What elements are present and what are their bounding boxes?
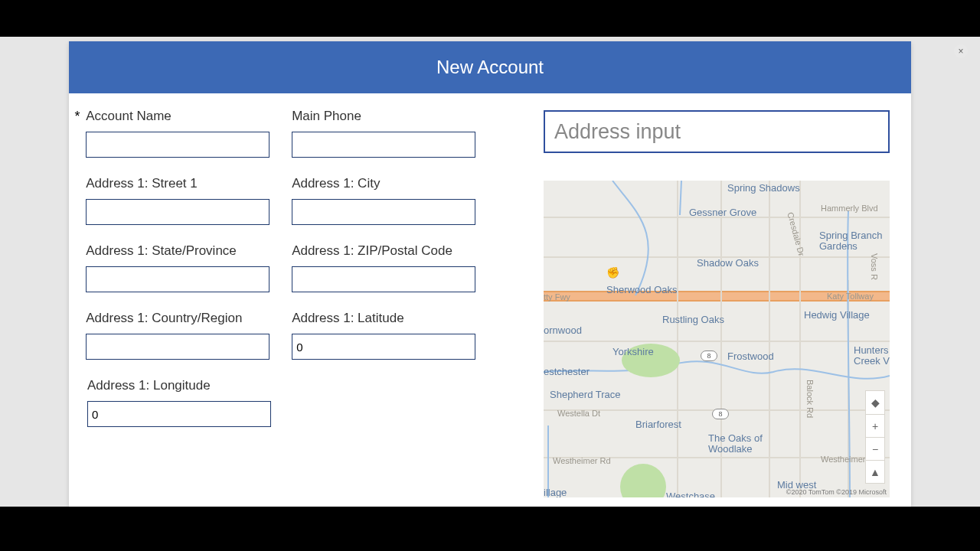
close-icon: ×: [958, 46, 963, 57]
state-input[interactable]: [86, 266, 270, 292]
map-place-rustling-oaks: Rustling Oaks: [662, 314, 724, 325]
address-search-input[interactable]: [544, 110, 890, 153]
map-road-katy-tollway: Katy Tollway: [827, 292, 874, 301]
tilt-icon: ▲: [870, 466, 880, 478]
map-place-hunters-creek: Hunters Creek Villa: [854, 345, 890, 367]
map-place-shadow-oaks: Shadow Oaks: [697, 257, 759, 269]
zip-input[interactable]: [292, 266, 475, 292]
latitude-label: Address 1: Latitude: [292, 311, 498, 326]
svg-point-14: [620, 464, 666, 497]
map-place-village: illage: [544, 487, 567, 497]
map-place-westchase: Westchase: [666, 491, 715, 497]
account-name-input[interactable]: [86, 132, 270, 158]
map-zoom-out-button[interactable]: −: [866, 437, 884, 460]
map-place-ornwood: ornwood: [544, 324, 582, 336]
street1-input[interactable]: [86, 199, 270, 225]
map-place-frostwood: Frostwood: [727, 350, 774, 362]
map-road-voss: Voss R: [870, 253, 879, 280]
main-phone-label: Main Phone: [292, 109, 498, 124]
map-place-gessner-grove: Gessner Grove: [689, 207, 756, 218]
map-place-spring-shadows: Spring Shadows: [727, 182, 800, 194]
map-road-hammerly: Hammerly Blvd: [821, 204, 878, 213]
map-place-hedwig-village: Hedwig Village: [804, 309, 870, 321]
plus-icon: +: [872, 420, 878, 432]
longitude-label: Address 1: Longitude: [87, 378, 309, 393]
map-place-sherwood-oaks: Sherwood Oaks: [606, 284, 678, 295]
dialog-title: New Account: [69, 41, 911, 93]
new-account-dialog: New Account * Account Name Main Phone: [69, 41, 911, 507]
map-road-balock: Balock Rd: [805, 380, 815, 418]
street1-label: Address 1: Street 1: [86, 176, 292, 191]
country-input[interactable]: [86, 334, 270, 360]
route-shield-icon: 8: [712, 409, 729, 419]
required-marker: *: [69, 109, 86, 176]
dialog-body: * Account Name Main Phone Address 1: Str…: [69, 93, 911, 507]
form-area: * Account Name Main Phone Address 1: Str…: [69, 109, 498, 445]
account-name-label: Account Name: [86, 109, 292, 124]
main-phone-input[interactable]: [292, 132, 475, 158]
locate-icon: ◆: [871, 396, 880, 409]
zip-label: Address 1: ZIP/Postal Code: [292, 243, 498, 259]
country-label: Address 1: Country/Region: [86, 311, 292, 326]
route-shield-icon: 8: [701, 350, 717, 361]
longitude-input[interactable]: [87, 401, 271, 427]
latitude-input[interactable]: [292, 334, 475, 360]
map-tilt-button[interactable]: ▲: [866, 460, 884, 483]
map-place-yorkshire: Yorkshire: [612, 346, 654, 357]
map-attribution: ©2020 TomTom ©2019 Microsoft: [786, 488, 887, 496]
map-locate-button[interactable]: ◆: [866, 391, 884, 414]
map-controls: ◆ + − ▲: [865, 390, 885, 484]
letterbox-top: [0, 0, 980, 37]
city-input[interactable]: [292, 199, 475, 225]
state-label: Address 1: State/Province: [86, 243, 292, 259]
map-place-shepherd-trace: Shepherd Trace: [550, 389, 621, 400]
map-zoom-in-button[interactable]: +: [866, 414, 884, 437]
map-place-estchester: estchester: [544, 366, 590, 377]
minus-icon: −: [872, 443, 878, 455]
map-place-briarforest: Briarforest: [635, 419, 681, 430]
map-panel: ✊ Spring Shadows Gessner Grove Spring Br…: [544, 110, 890, 497]
map-road-tty-fwy: tty Fwy: [544, 292, 570, 302]
map-road-westella: Westella Dt: [557, 409, 600, 418]
map-place-spring-branch-gardens: Spring Branch Gardens: [819, 230, 882, 252]
map-place-oaks-woodlake: The Oaks of Woodlake: [708, 433, 763, 455]
map-road-westheimer: Westheimer Rd: [553, 456, 611, 465]
page-background: New Account * Account Name Main Phone: [0, 37, 980, 507]
city-label: Address 1: City: [292, 176, 498, 191]
close-button[interactable]: ×: [954, 44, 968, 58]
letterbox-bottom: [0, 507, 980, 551]
map[interactable]: ✊ Spring Shadows Gessner Grove Spring Br…: [544, 181, 890, 497]
